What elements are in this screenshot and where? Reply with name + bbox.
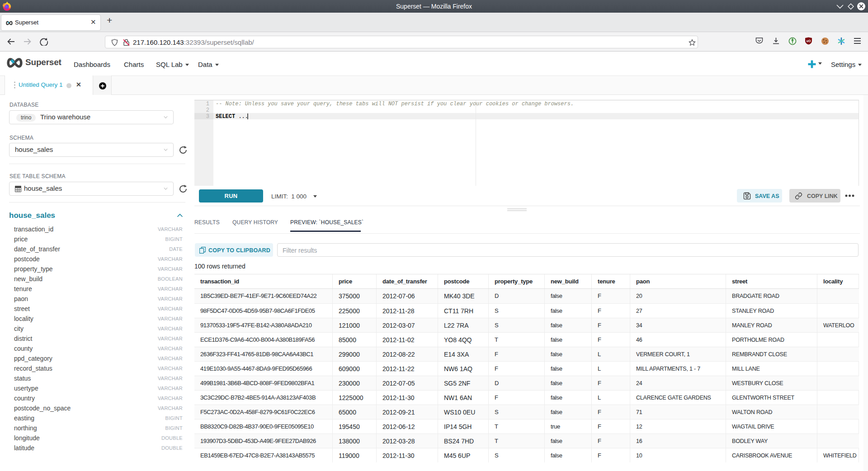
svg-text:uO: uO: [807, 39, 811, 42]
